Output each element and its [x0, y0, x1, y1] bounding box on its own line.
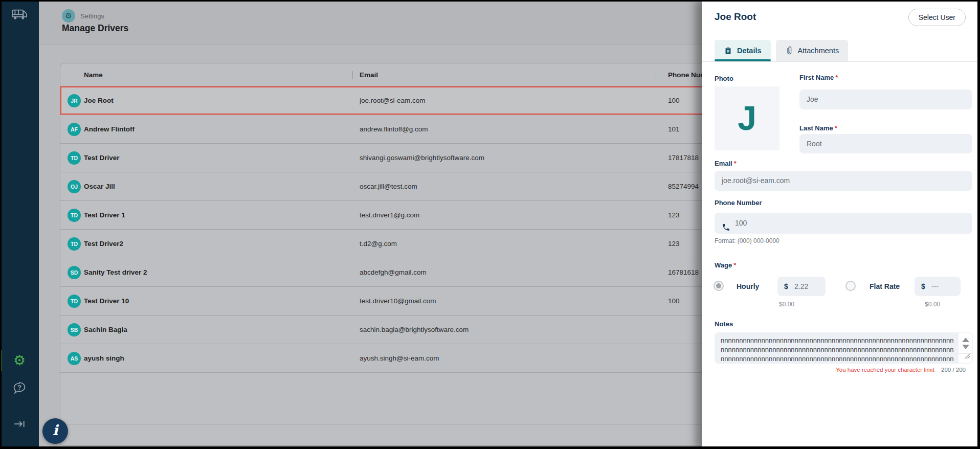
table-row[interactable]: TDTest Drivershivangi.goswami@brightlyso…: [60, 144, 719, 172]
table-row[interactable]: AFAndrew Flintoffandrew.flintoff@g.com10…: [60, 115, 719, 144]
character-count: 200 / 200: [941, 367, 966, 373]
driver-phone: 85274994: [668, 172, 699, 201]
driver-name: Joe Root: [84, 86, 114, 115]
clipboard-icon: [724, 47, 732, 55]
hourly-rate-field[interactable]: $ 2.22: [777, 277, 826, 296]
avatar: AS: [68, 352, 81, 365]
photo-upload[interactable]: J: [715, 86, 779, 150]
table-row[interactable]: SBSachin Baglasachin.bagla@brightlysoftw…: [60, 316, 719, 344]
character-limit-message: You have reached your character limit: [836, 367, 934, 373]
table-footer-divider: [60, 424, 719, 424]
driver-phone: 101: [668, 115, 680, 144]
column-divider: [656, 71, 656, 79]
driver-email: ayush.singh@si-eam.com: [360, 344, 439, 373]
notes-limit-row: You have reached your character limit 20…: [836, 367, 966, 373]
paperclip-icon: [785, 46, 793, 55]
collapse-arrow-icon[interactable]: [0, 418, 39, 432]
scroll-up-icon[interactable]: [962, 338, 969, 342]
avatar: SD: [68, 266, 81, 279]
photo-placeholder-initial: J: [738, 99, 756, 137]
tab-attachments[interactable]: Attachments: [776, 40, 849, 61]
notes-label: Notes: [715, 320, 733, 328]
table-row[interactable]: TDTest Driver 1test.driver1@g.com123: [60, 201, 719, 230]
table-row[interactable]: TDTest Driver 10test.driver10@gmail.com1…: [60, 287, 719, 316]
driver-email: joe.root@si-eam.com: [360, 86, 426, 115]
gear-badge-icon: ⚙: [62, 9, 75, 23]
avatar: TD: [68, 151, 81, 165]
select-user-button[interactable]: Select User: [908, 9, 966, 26]
first-name-field[interactable]: Joe: [799, 89, 972, 109]
flat-computed-amount: $0.00: [925, 301, 940, 308]
avatar: SB: [68, 323, 81, 336]
tab-attachments-label: Attachments: [798, 47, 839, 55]
tab-details[interactable]: Details: [715, 40, 771, 61]
scroll-down-icon[interactable]: [962, 345, 969, 349]
notes-scrollbar: [959, 333, 972, 363]
phone-value: 100: [735, 219, 747, 227]
notes-textarea[interactable]: nnnnnnnnnnnnnnnnnnnnnnnnnnnnnnnnnnnnnnnn…: [715, 332, 973, 364]
phone-label: Phone Number: [715, 199, 762, 207]
driver-phone: 123: [668, 230, 680, 258]
table-header-row: Name Email Phone Number: [60, 63, 719, 86]
page-title: Manage Drivers: [62, 23, 128, 34]
wage-label: Wage*: [715, 261, 736, 269]
svg-text:?: ?: [17, 384, 21, 391]
avatar: AF: [68, 123, 81, 136]
panel-tabs: Details Attachments: [715, 40, 848, 61]
avatar: OJ: [68, 180, 81, 193]
required-asterisk: *: [835, 124, 837, 132]
driver-name: Oscar Jill: [84, 172, 115, 201]
email-field[interactable]: joe.root@si-eam.com: [715, 171, 972, 191]
driver-email: oscar.jill@test.com: [360, 172, 417, 201]
driver-email: test.driver1@g.com: [360, 201, 419, 230]
driver-email: andrew.flintoff@g.com: [360, 115, 428, 144]
phone-icon: [722, 219, 730, 234]
info-button[interactable]: i: [42, 418, 68, 444]
resize-handle-icon[interactable]: [964, 352, 970, 361]
required-asterisk: *: [734, 160, 737, 167]
driver-name: Test Driver 1: [84, 201, 125, 230]
avatar: TD: [68, 209, 81, 222]
driver-name: Andrew Flintoff: [84, 115, 135, 144]
driver-name: Test Driver2: [84, 230, 123, 258]
hourly-rate-value: 2.22: [794, 277, 808, 296]
driver-detail-panel: Joe Root Select User Details Attachments…: [702, 0, 980, 449]
table-row[interactable]: TDTest Driver2t.d2@g.com123: [60, 230, 719, 258]
settings-gear-icon[interactable]: ⚙: [0, 353, 39, 368]
driver-email: shivangi.goswami@brightlysoftware.com: [360, 144, 484, 172]
driver-name: Sachin Bagla: [84, 316, 127, 344]
photo-label: Photo: [715, 75, 733, 82]
driver-name: Test Driver: [84, 144, 120, 172]
tab-details-label: Details: [737, 47, 762, 55]
hourly-label: Hourly: [737, 282, 759, 290]
breadcrumb: Settings: [80, 12, 104, 20]
flat-rate-field[interactable]: $ ---: [915, 277, 961, 296]
avatar: JR: [68, 94, 81, 107]
flat-rate-radio[interactable]: [845, 281, 856, 291]
driver-phone: 16781618: [668, 258, 699, 287]
driver-phone: 17817818: [668, 144, 699, 172]
table-row[interactable]: OJOscar Jilloscar.jill@test.com85274994: [60, 172, 719, 201]
driver-name: Sanity Test driver 2: [84, 258, 147, 287]
driver-name: Test Driver 10: [84, 287, 129, 316]
avatar: TD: [68, 295, 81, 308]
currency-symbol: $: [784, 277, 788, 296]
required-asterisk: *: [733, 261, 736, 269]
last-name-field[interactable]: Root: [799, 134, 972, 153]
currency-symbol: $: [921, 277, 925, 296]
driver-phone: 100: [668, 86, 680, 115]
phone-field[interactable]: 100: [715, 213, 972, 234]
table-row[interactable]: JRJoe Rootjoe.root@si-eam.com100: [60, 86, 719, 115]
bus-icon[interactable]: [0, 8, 39, 24]
table-row[interactable]: SDSanity Test driver 2abcdefgh@gmail.com…: [60, 258, 719, 287]
hourly-computed-amount: $0.00: [779, 301, 794, 308]
help-chat-icon[interactable]: ?: [0, 380, 39, 398]
flat-rate-value: ---: [931, 277, 939, 296]
avatar: TD: [68, 237, 81, 251]
driver-email: sachin.bagla@brightlysoftware.com: [360, 316, 469, 344]
column-header-name: Name: [84, 63, 103, 86]
table-row[interactable]: ASayush singhayush.singh@si-eam.com: [60, 344, 719, 373]
driver-email: t.d2@g.com: [360, 230, 397, 258]
hourly-radio[interactable]: [714, 281, 724, 291]
driver-email: abcdefgh@gmail.com: [360, 258, 427, 287]
